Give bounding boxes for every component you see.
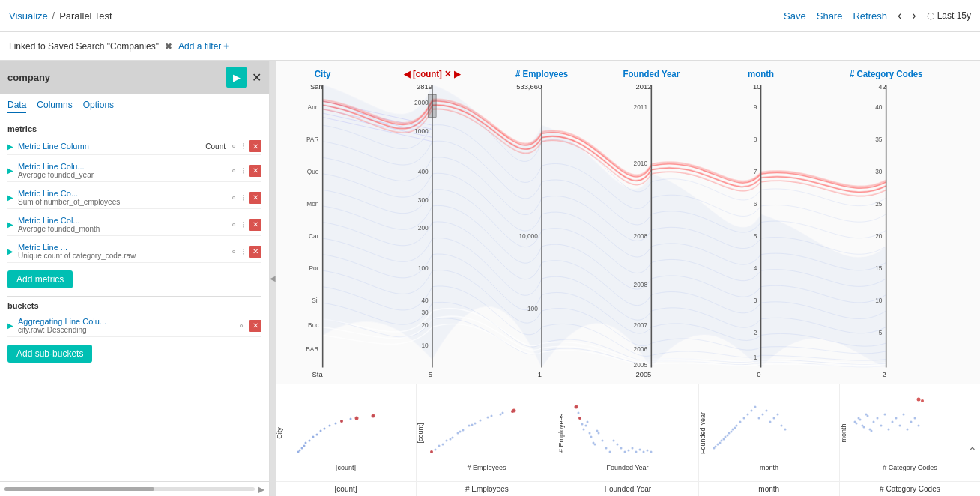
unlink-icon[interactable]: ✖ xyxy=(165,41,172,52)
panel-tabs: Data Columns Options xyxy=(0,94,269,118)
svg-point-193 xyxy=(891,421,893,423)
svg-text:300: 300 xyxy=(418,196,429,203)
bucket-delete-1[interactable]: ✕ xyxy=(249,320,261,332)
svg-text:400: 400 xyxy=(418,168,429,175)
metric-toggle-3[interactable]: ⚬ xyxy=(230,193,238,203)
panel-resizer[interactable]: ◀ xyxy=(270,61,276,496)
chart-container: .axis-label { font-size: 11px; fill: #00… xyxy=(276,61,980,384)
svg-text:Sil: Sil xyxy=(312,297,318,304)
run-button[interactable]: ▶ xyxy=(226,67,247,88)
svg-text:3: 3 xyxy=(754,297,757,304)
share-button[interactable]: Share xyxy=(817,10,843,22)
nav-prev-arrow[interactable]: ‹ xyxy=(898,9,901,22)
tab-options[interactable]: Options xyxy=(83,98,114,113)
svg-text:1: 1 xyxy=(538,370,542,378)
time-range-badge[interactable]: ◌ Last 15y xyxy=(927,10,971,21)
bucket-name-1[interactable]: Aggregating Line Colu... xyxy=(18,317,233,326)
metric-name-4[interactable]: Metric Line Col... xyxy=(18,216,226,225)
metric-name-3[interactable]: Metric Line Co... xyxy=(18,189,226,198)
tab-columns[interactable]: Columns xyxy=(37,98,72,113)
svg-point-96 xyxy=(340,420,343,423)
left-panel-scrollbar[interactable]: ▶ xyxy=(0,481,269,496)
bucket-toggle-1[interactable]: ⚬ xyxy=(238,321,245,331)
top-bar-actions: Save Share Refresh ‹ › ◌ Last 15y xyxy=(784,9,971,22)
bucket-item-1: ▶ Aggregating Line Colu... city.raw: Des… xyxy=(7,315,261,337)
svg-text:2010: 2010 xyxy=(634,160,648,167)
svg-text:month: month xyxy=(748,68,774,78)
breadcrumb-visualize-link[interactable]: Visualize xyxy=(9,10,48,22)
metric-toggle-5[interactable]: ⚬ xyxy=(230,247,238,257)
metric-name-2[interactable]: Metric Line Colu... xyxy=(18,162,226,171)
add-sub-buckets-button[interactable]: Add sub-buckets xyxy=(7,345,92,363)
metric-delete-1[interactable]: ✕ xyxy=(249,140,261,152)
svg-point-145 xyxy=(578,412,580,414)
svg-text:10,000: 10,000 xyxy=(518,232,538,240)
add-metrics-button[interactable]: Add metrics xyxy=(7,270,73,288)
metric-delete-4[interactable]: ✕ xyxy=(249,219,261,231)
svg-text:7: 7 xyxy=(754,168,757,175)
section-separator xyxy=(7,296,261,297)
svg-text:BAR: BAR xyxy=(306,345,318,353)
svg-point-121 xyxy=(430,450,433,453)
metric-play-icon-2: ▶ xyxy=(7,166,13,175)
svg-text:City: City xyxy=(315,68,331,78)
svg-point-131 xyxy=(602,440,604,442)
metric-toggle-2[interactable]: ⚬ xyxy=(230,166,238,176)
metric-toggle-1[interactable]: ⚬ xyxy=(230,141,238,151)
svg-point-195 xyxy=(898,425,901,427)
metric-delete-2[interactable]: ✕ xyxy=(249,165,261,177)
collapse-button-right[interactable]: ⌃ xyxy=(968,445,977,457)
metric-delete-3[interactable]: ✕ xyxy=(249,192,261,204)
nav-next-arrow[interactable]: › xyxy=(912,9,916,22)
metric-delete-5[interactable]: ✕ xyxy=(249,246,261,258)
metric-info-3[interactable]: ⁝ xyxy=(242,193,245,203)
refresh-button[interactable]: Refresh xyxy=(853,10,887,22)
metric-toggle-4[interactable]: ⚬ xyxy=(230,220,238,230)
metric-name-block-5: Metric Line ... Unique count of category… xyxy=(18,243,226,260)
svg-point-134 xyxy=(613,440,615,442)
metric-name-block-2: Metric Line Colu... Average founded_year xyxy=(18,162,226,179)
metric-name-5[interactable]: Metric Line ... xyxy=(18,243,226,252)
svg-text:Que: Que xyxy=(307,168,319,175)
svg-point-190 xyxy=(880,425,882,427)
save-button[interactable]: Save xyxy=(784,10,806,22)
svg-point-105 xyxy=(491,415,493,417)
metric-info-2[interactable]: ⁝ xyxy=(242,166,245,176)
metric-info-5[interactable]: ⁝ xyxy=(242,247,245,257)
svg-point-127 xyxy=(587,421,589,423)
svg-text:2819: 2819 xyxy=(417,82,432,91)
svg-point-133 xyxy=(609,451,611,453)
svg-point-197 xyxy=(906,429,908,431)
svg-text:2007: 2007 xyxy=(634,321,648,328)
svg-point-173 xyxy=(780,425,782,427)
svg-text:PAR: PAR xyxy=(306,136,319,143)
svg-point-95 xyxy=(355,417,359,420)
svg-text:San: San xyxy=(310,82,323,91)
svg-point-138 xyxy=(628,450,630,452)
svg-point-194 xyxy=(895,417,897,420)
svg-point-159 xyxy=(728,432,730,435)
scatter-svg-2: # Employees [count] xyxy=(417,384,557,481)
metric-name-1[interactable]: Metric Line Column xyxy=(18,142,201,151)
metric-info-4[interactable]: ⁝ xyxy=(242,220,245,230)
linked-search-text: Linked to Saved Search "Companies" xyxy=(9,41,159,52)
add-filter-button[interactable]: Add a filter + xyxy=(178,41,229,52)
metric-play-icon-4: ▶ xyxy=(7,220,13,229)
svg-point-128 xyxy=(590,436,593,438)
svg-point-150 xyxy=(596,430,599,432)
svg-point-162 xyxy=(739,421,741,423)
svg-text:Mon: Mon xyxy=(306,200,319,208)
svg-point-118 xyxy=(471,424,474,426)
svg-point-113 xyxy=(487,417,489,419)
svg-point-126 xyxy=(583,429,585,431)
metrics-section-label: metrics xyxy=(7,124,261,133)
svg-text:Por: Por xyxy=(309,264,318,272)
svg-text:2005: 2005 xyxy=(635,370,651,378)
metric-info-1[interactable]: ⁝ xyxy=(242,141,245,151)
svg-text:# Category Codes: # Category Codes xyxy=(883,464,937,471)
svg-point-168 xyxy=(761,414,763,416)
scroll-right-arrow[interactable]: ▶ xyxy=(258,484,264,495)
panel-close-button[interactable]: ✕ xyxy=(252,70,261,85)
svg-text:# Employees: # Employees xyxy=(468,464,507,471)
tab-data[interactable]: Data xyxy=(7,98,26,113)
